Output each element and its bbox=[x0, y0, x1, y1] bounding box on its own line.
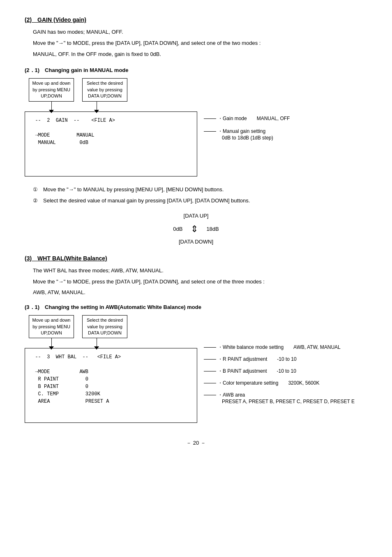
diagram-2-1-left: Move up and down by pressing MENU UP,DOW… bbox=[25, 78, 197, 180]
callout-3-1-3: ・B PAINT adjustment -10 to 10 bbox=[218, 368, 296, 375]
data-down-label: [DATA DOWN] bbox=[25, 237, 367, 246]
annot-right-2-1: Select the desired value by pressing DAT… bbox=[82, 78, 127, 101]
subsection-2-1-title: (2．1) Changing gain in MANUAL mode bbox=[25, 67, 367, 74]
steps-2-1: ① Move the "→" to MANUAL by pressing [ME… bbox=[33, 185, 367, 206]
section-3-para2: Move the "→" to MODE, press the [DATA UP… bbox=[33, 278, 367, 286]
step-2-1-2: ② Select the desired value of manual gai… bbox=[33, 196, 367, 205]
section-2-title: (2) GAIN (Video gain) bbox=[25, 16, 367, 24]
d3-row-5: B PAINT 0 bbox=[29, 384, 193, 390]
step-2-1-1: ① Move the "→" to MANUAL by pressing [ME… bbox=[33, 185, 367, 194]
annot-right-3-1: Select the desired value by pressing DAT… bbox=[82, 315, 127, 338]
annot-left-2-1: Move up and down by pressing MENU UP,DOW… bbox=[29, 78, 74, 101]
data-right-label: 18dB bbox=[206, 224, 219, 234]
callout-3-1-4: ・Color temperature setting 3200K, 5600K bbox=[218, 380, 319, 387]
section-3-para1: The WHT BAL has three modes; AWB, ATW, M… bbox=[33, 267, 367, 275]
diagram-2-1: -- 2 GAIN -- <FILE A> →MODE MANUAL MANUA… bbox=[25, 111, 197, 176]
d3-row-4: R PAINT 0 bbox=[29, 376, 193, 382]
diagram-row-1: -- 2 GAIN -- <FILE A> bbox=[29, 118, 193, 123]
diagram-row-3: →MODE MANUAL bbox=[29, 132, 193, 138]
diagram-row-4: MANUAL 0dB bbox=[29, 140, 193, 146]
callout-3-1-1: ・White balance mode setting AWB, ATW, MA… bbox=[218, 344, 341, 351]
d3-row-3: →MODE AWB bbox=[29, 369, 193, 375]
callout-3-1-5: ・AWB area PRESET A, PRESET B, PRESET C, … bbox=[218, 392, 355, 404]
callout-2-1-2: ・Manual gain setting 0dB to 18dB (1dB st… bbox=[218, 128, 273, 141]
diagram-row-2 bbox=[29, 125, 193, 131]
diagram-3-1: -- 3 WHT BAL -- <FILE A> →MODE AWB R PAI… bbox=[25, 348, 197, 423]
d3-row-7: AREA PRESET A bbox=[29, 399, 193, 404]
callouts-2-1: ・Gain mode MANUAL, OFF ・Manual gain sett… bbox=[204, 78, 290, 144]
callouts-3-1: ・White balance mode setting AWB, ATW, MA… bbox=[204, 315, 355, 408]
section-2-para1: GAIN has two modes; MANUAL, OFF. bbox=[33, 28, 367, 37]
diagram-3-1-left: Move up and down by pressing MENU UP,DOW… bbox=[25, 315, 197, 427]
data-up-label: [DATA UP] bbox=[25, 211, 367, 220]
diagram-3-1-wrapper: Move up and down by pressing MENU UP,DOW… bbox=[25, 315, 367, 427]
callout-3-1-2: ・R PAINT adjustment -10 to 10 bbox=[218, 356, 297, 363]
subsection-3-1-title: (3．1) Changing the setting in AWB(Automa… bbox=[25, 304, 367, 311]
d3-row-6: C. TEMP 3200K bbox=[29, 391, 193, 397]
data-arrow: ⇕ bbox=[191, 221, 198, 237]
section-3-para3: AWB, ATW, MANUAL. bbox=[33, 288, 367, 297]
section-3-title: (3) WHT BAL(White Balance) bbox=[25, 255, 367, 262]
data-left-label: 0dB bbox=[173, 224, 182, 234]
section-3: (3) WHT BAL(White Balance) The WHT BAL h… bbox=[25, 255, 367, 427]
section-2: (2) GAIN (Video gain) GAIN has two modes… bbox=[25, 16, 367, 247]
section-2-para2: Move the "→" to MODE, press the [DATA UP… bbox=[33, 39, 367, 48]
d3-row-2 bbox=[29, 362, 193, 367]
callout-2-1-1: ・Gain mode MANUAL, OFF bbox=[218, 115, 290, 122]
data-diagram-2-1: [DATA UP] 0dB ⇕ 18dB [DATA DOWN] bbox=[25, 211, 367, 246]
diagram-2-1-wrapper: Move up and down by pressing MENU UP,DOW… bbox=[25, 78, 367, 180]
page-number: － 20 － bbox=[25, 439, 367, 447]
d3-row-1: -- 3 WHT BAL -- <FILE A> bbox=[29, 354, 193, 360]
section-2-para3: MANUAL, OFF. In the OFF mode, gain is fi… bbox=[33, 50, 367, 59]
annot-left-3-1: Move up and down by pressing MENU UP,DOW… bbox=[29, 315, 74, 338]
